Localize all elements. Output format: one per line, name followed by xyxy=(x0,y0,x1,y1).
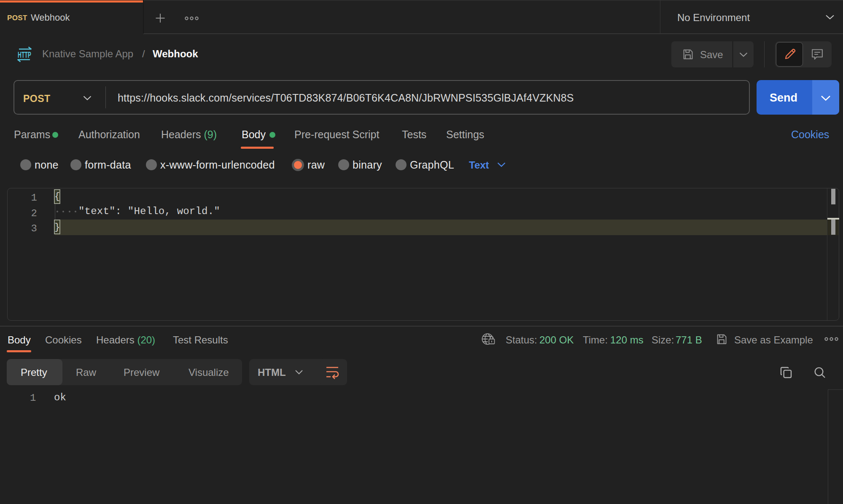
svg-text:HTTP: HTTP xyxy=(18,50,31,60)
